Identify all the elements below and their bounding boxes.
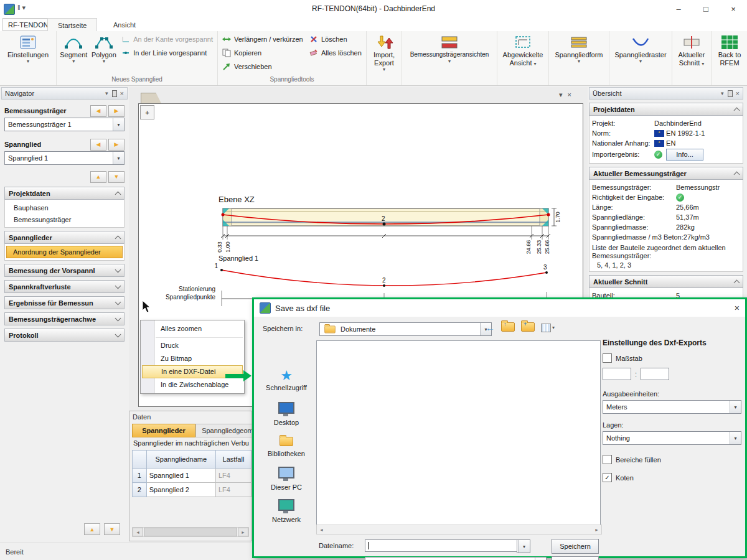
table-row[interactable]: 1 Spannglied 1 LF4: [133, 469, 251, 483]
tab-spannglieder[interactable]: Spannglieder: [132, 424, 195, 437]
spanngliedform-button[interactable]: Spanngliedform ▾: [551, 32, 607, 66]
tab-ansicht[interactable]: Ansicht: [103, 18, 146, 31]
import-export-button[interactable]: Import, Export ▾: [369, 32, 400, 74]
nav-item-bauphasen[interactable]: Bauphasen: [6, 202, 123, 213]
scroll-right-icon[interactable]: ►: [238, 528, 248, 536]
column-lastfall[interactable]: Lastfall: [215, 450, 251, 469]
close-view-icon[interactable]: ×: [568, 91, 576, 98]
group-aktueller-schnitt[interactable]: Aktueller Schnitt: [589, 275, 743, 288]
prev-tendon-button[interactable]: ◀: [90, 139, 106, 151]
in-der-linie-button[interactable]: In der Linie vorgespannt: [119, 46, 215, 60]
chevron-down-icon[interactable]: ▾: [535, 558, 546, 560]
nav-item-anordnung[interactable]: Anordnung der Spannglieder: [6, 246, 123, 258]
verlaengern-button[interactable]: Verlängern / verkürzen: [220, 32, 307, 46]
reorder-up-button[interactable]: ▲: [90, 171, 106, 183]
panel-menu-icon[interactable]: ▾: [721, 90, 724, 96]
back-to-rfem-button[interactable]: Back to RFEM: [713, 32, 746, 68]
menu-item-zu-bitmap[interactable]: Zu Bitmap: [142, 352, 243, 365]
filetype-select[interactable]: Dxf Files (*.dxf) ▾: [365, 557, 547, 560]
einstellungen-button[interactable]: Einstellungen ▾: [2, 32, 54, 66]
section-spannkraftverluste[interactable]: Spannkraftverluste: [4, 280, 125, 293]
kopieren-button[interactable]: Kopieren: [220, 46, 307, 60]
place-schnellzugriff[interactable]: ★ Schnellzugriff: [259, 370, 314, 402]
column-spanngliedname[interactable]: Spanngliedname: [146, 450, 215, 469]
units-select[interactable]: Meters ▾: [603, 400, 741, 414]
location-select[interactable]: Dokumente ▾: [319, 322, 492, 336]
dialog-close-icon[interactable]: ×: [735, 303, 740, 313]
place-desktop[interactable]: Desktop: [259, 402, 314, 434]
view-menu-icon[interactable]: ▾: [541, 324, 555, 332]
close-icon[interactable]: ×: [120, 90, 124, 97]
next-beam-button[interactable]: ▶: [108, 105, 125, 117]
scrollbar-thumb[interactable]: [144, 528, 237, 536]
tab-startseite[interactable]: Startseite: [47, 18, 97, 32]
an-der-kante-button[interactable]: An der Kante vorgespannt: [119, 32, 215, 46]
chevron-down-icon[interactable]: ▾: [113, 118, 124, 131]
maximize-button[interactable]: □: [692, 0, 720, 17]
group-projektdaten[interactable]: Projektdaten: [589, 103, 743, 116]
scroll-right-icon[interactable]: ►: [592, 526, 601, 533]
table-row[interactable]: 2 Spannglied 2 LF4: [133, 483, 251, 497]
nav-up-button[interactable]: ▲: [84, 523, 100, 535]
up-folder-icon[interactable]: ↑: [501, 322, 515, 333]
chevron-down-icon[interactable]: ▾: [113, 152, 124, 164]
back-icon[interactable]: ←: [486, 322, 495, 333]
next-tendon-button[interactable]: ▶: [108, 139, 125, 151]
info-button[interactable]: Info...: [666, 149, 703, 161]
speichern-button[interactable]: Speichern: [552, 539, 599, 554]
filename-dropdown[interactable]: ▾: [517, 539, 530, 553]
section-nachweise[interactable]: Bemessungsträgernachwe: [4, 312, 125, 325]
section-projektdaten[interactable]: Projektdaten: [4, 187, 125, 200]
app-menu-button[interactable]: RF-TENDON: [2, 18, 54, 31]
scroll-left-icon[interactable]: ◄: [133, 528, 143, 536]
place-netzwerk[interactable]: Netzwerk: [259, 499, 314, 531]
scale-numerator-input[interactable]: [603, 368, 631, 380]
alles-loeschen-button[interactable]: Alles löschen: [307, 46, 364, 60]
file-list[interactable]: [316, 340, 601, 525]
spanngliedraster-button[interactable]: Spanngliedraster ▾: [611, 32, 670, 66]
section-ergebnisse[interactable]: Ergebnisse für Bemessun: [4, 296, 125, 309]
reorder-down-button[interactable]: ▼: [108, 171, 125, 183]
section-protokoll[interactable]: Protokoll: [4, 329, 125, 342]
panel-menu-icon[interactable]: ▾: [105, 90, 108, 96]
tab-spanngliedgeometrie[interactable]: Spanngliedgeomet: [195, 424, 252, 437]
verschieben-button[interactable]: Verschieben: [220, 60, 307, 73]
scale-denominator-input[interactable]: [641, 368, 669, 380]
koten-checkbox[interactable]: ✓: [603, 473, 612, 482]
menu-item-druck[interactable]: Druck: [142, 339, 243, 352]
horizontal-scrollbar[interactable]: ◄ ►: [132, 527, 249, 537]
layers-select[interactable]: Nothing ▾: [603, 431, 741, 445]
massstab-checkbox[interactable]: [603, 353, 612, 363]
new-folder-icon[interactable]: +: [521, 322, 535, 333]
place-bibliotheken[interactable]: Bibliotheken: [259, 434, 314, 467]
filename-input[interactable]: [365, 539, 523, 552]
spannglied-select[interactable]: Spannglied 1 ▾: [4, 151, 125, 165]
close-button[interactable]: ×: [720, 0, 747, 17]
abgewickelte-ansicht-button[interactable]: Abgewickelte Ansicht ▾: [499, 32, 547, 68]
group-aktueller-bemessungstraeger[interactable]: Aktueller Bemessungsträger: [589, 167, 743, 180]
dock-menu-icon[interactable]: ▾: [559, 91, 568, 98]
pin-icon[interactable]: [112, 90, 117, 97]
chevron-down-icon[interactable]: ▾: [730, 401, 741, 413]
nav-item-bemessungstraeger[interactable]: Bemessungsträger: [6, 213, 123, 225]
minimize-button[interactable]: –: [665, 0, 692, 17]
bemessungstraeger-select[interactable]: Bemessungsträger 1 ▾: [4, 118, 125, 131]
polygon-button[interactable]: Polygon ▾: [89, 32, 120, 66]
bemessungstraegeransichten-button[interactable]: Bemessungsträgeransichten ▾: [404, 32, 495, 66]
section-bemessung-vorspannung[interactable]: Bemessung der Vorspannl: [4, 264, 125, 277]
close-icon[interactable]: ×: [736, 90, 740, 97]
chevron-down-icon[interactable]: ▾: [730, 432, 741, 444]
segment-button[interactable]: Segment ▾: [59, 32, 89, 66]
pin-icon[interactable]: [728, 90, 733, 97]
nav-down-button[interactable]: ▼: [104, 523, 120, 535]
aktueller-schnitt-button[interactable]: Aktueller Schnitt ▾: [674, 32, 709, 68]
place-dieser-pc[interactable]: Dieser PC: [259, 467, 314, 499]
bereiche-fuellen-checkbox[interactable]: [603, 455, 612, 464]
scroll-left-icon[interactable]: ◄: [317, 526, 326, 533]
file-list-scrollbar[interactable]: ◄ ►: [316, 525, 602, 534]
prev-beam-button[interactable]: ◀: [90, 105, 106, 117]
loeschen-button[interactable]: Löschen: [307, 32, 364, 46]
section-spannglieder[interactable]: Spannglieder: [4, 231, 125, 244]
menu-item-alles-zoomen[interactable]: Alles zoomen: [142, 322, 243, 335]
abbrechen-button[interactable]: Abbrechen: [552, 556, 599, 560]
